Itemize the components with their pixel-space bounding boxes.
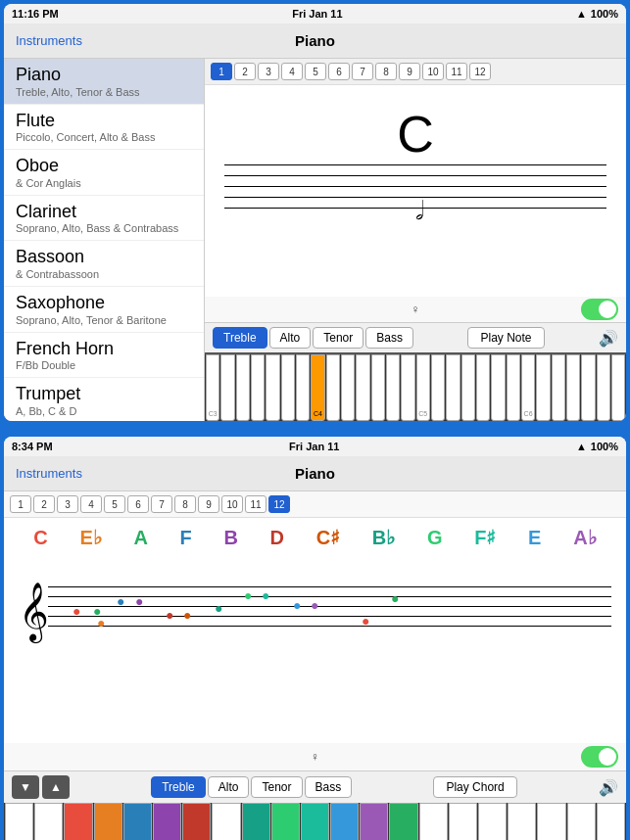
p2-wk-5[interactable] (123, 803, 152, 840)
volume-icon-2[interactable]: 🔊 (599, 778, 618, 797)
octave-tab-8[interactable]: 8 (375, 63, 397, 80)
white-key-d4[interactable] (326, 354, 340, 421)
octave-tab-1[interactable]: 1 (211, 63, 232, 80)
p2-oct-12[interactable]: 12 (268, 495, 290, 513)
white-key-b4[interactable] (401, 354, 414, 421)
octave-tab-4[interactable]: 4 (281, 63, 303, 80)
p2-wk-18[interactable] (508, 803, 536, 840)
p2-wk-10[interactable] (271, 803, 300, 840)
white-key-c4[interactable]: C4 (311, 354, 324, 421)
nav-back-2[interactable]: Instruments (16, 466, 94, 481)
down-arrow-btn[interactable]: ▼ (12, 775, 39, 799)
white-key-d5[interactable] (431, 354, 445, 421)
p2-wk-c5[interactable]: C5 (212, 803, 240, 840)
p2-wk-14[interactable] (389, 803, 417, 840)
octave-tab-3[interactable]: 3 (258, 63, 279, 80)
p2-wk-20[interactable] (567, 803, 596, 840)
p2-oct-3[interactable]: 3 (57, 495, 78, 513)
white-key-a5[interactable] (491, 354, 505, 421)
octave-tab-9[interactable]: 9 (399, 63, 420, 80)
white-key-f3[interactable] (251, 354, 265, 421)
p2-oct-1[interactable]: 1 (10, 495, 31, 513)
p2-oct-9[interactable]: 9 (198, 495, 219, 513)
p2-wk-7[interactable] (182, 803, 211, 840)
tab-alto-2[interactable]: Alto (208, 776, 250, 798)
sidebar-item-trumpet[interactable]: Trumpet A, Bb, C & D (4, 378, 204, 421)
p2-wk-21[interactable] (597, 803, 625, 840)
p2-wk-17[interactable] (478, 803, 507, 840)
p2-wk-2[interactable] (34, 803, 63, 840)
note-indicator-2: ♀ (214, 750, 415, 764)
white-key-g3[interactable] (266, 354, 279, 421)
octave-tab-10[interactable]: 10 (422, 63, 444, 80)
sidebar-item-oboe[interactable]: Oboe & Cor Anglais (4, 150, 204, 196)
p2-oct-8[interactable]: 8 (174, 495, 196, 513)
tab-treble-1[interactable]: Treble (213, 327, 267, 349)
octave-tab-7[interactable]: 7 (352, 63, 373, 80)
tab-alto-1[interactable]: Alto (269, 327, 312, 349)
white-key-a4[interactable] (386, 354, 400, 421)
p2-oct-7[interactable]: 7 (151, 495, 172, 513)
white-key-e5[interactable] (446, 354, 460, 421)
p2-wk-11[interactable] (301, 803, 329, 840)
p2-oct-2[interactable]: 2 (33, 495, 55, 513)
p2-oct-4[interactable]: 4 (80, 495, 102, 513)
white-key-c3[interactable]: C3 (206, 354, 219, 421)
p2-wk-12[interactable] (330, 803, 359, 840)
p2-wk-4[interactable] (94, 803, 122, 840)
p2-oct-11[interactable]: 11 (245, 495, 267, 513)
p2-wk-13[interactable] (360, 803, 388, 840)
white-key-d3[interactable] (220, 354, 234, 421)
tab-tenor-2[interactable]: Tenor (251, 776, 302, 798)
white-key-g6[interactable] (581, 354, 595, 421)
white-key-f6[interactable] (566, 354, 580, 421)
up-arrow-btn[interactable]: ▲ (42, 775, 70, 799)
octave-tab-5[interactable]: 5 (305, 63, 326, 80)
white-key-f5[interactable] (461, 354, 475, 421)
p2-oct-5[interactable]: 5 (104, 495, 125, 513)
play-note-button-1[interactable]: Play Note (467, 327, 544, 349)
p2-wk-3[interactable] (64, 803, 92, 840)
p2-wk-6[interactable] (153, 803, 181, 840)
sidebar-item-clarinet[interactable]: Clarinet Soprano, Alto, Bass & Contrabas… (4, 196, 204, 242)
tab-bass-2[interactable]: Bass (305, 776, 353, 798)
white-key-b6[interactable] (611, 354, 625, 421)
tab-tenor-1[interactable]: Tenor (313, 327, 363, 349)
p2-wk-9[interactable] (242, 803, 270, 840)
play-chord-button[interactable]: Play Chord (433, 776, 516, 798)
volume-icon-1[interactable]: 🔊 (599, 329, 618, 348)
white-key-c5[interactable]: C5 (416, 354, 430, 421)
sidebar-item-piano[interactable]: Piano Treble, Alto, Tenor & Bass (4, 59, 204, 105)
white-key-e3[interactable] (236, 354, 250, 421)
octave-tab-11[interactable]: 11 (446, 63, 467, 80)
p2-wk-c6[interactable]: C6 (419, 803, 448, 840)
p2-oct-6[interactable]: 6 (127, 495, 149, 513)
toggle-switch-2[interactable] (581, 746, 618, 768)
white-key-f4[interactable] (356, 354, 369, 421)
white-key-b3[interactable] (296, 354, 310, 421)
white-key-g4[interactable] (371, 354, 385, 421)
toggle-switch-1[interactable] (581, 299, 618, 320)
p2-wk-16[interactable] (449, 803, 477, 840)
white-key-a6[interactable] (597, 354, 610, 421)
tab-treble-2[interactable]: Treble (151, 776, 206, 798)
white-key-e6[interactable] (552, 354, 565, 421)
nav-back-1[interactable]: Instruments (16, 33, 94, 48)
octave-tab-2[interactable]: 2 (234, 63, 256, 80)
white-key-e4[interactable] (341, 354, 355, 421)
p2-oct-10[interactable]: 10 (221, 495, 243, 513)
white-key-b5[interactable] (507, 354, 520, 421)
p2-wk-1[interactable] (5, 803, 33, 840)
sidebar-item-french-horn[interactable]: French Horn F/Bb Double (4, 333, 204, 379)
sidebar-item-flute[interactable]: Flute Piccolo, Concert, Alto & Bass (4, 105, 204, 151)
sidebar-item-saxophone[interactable]: Saxophone Soprano, Alto, Tenor & Bariton… (4, 287, 204, 333)
tab-bass-1[interactable]: Bass (365, 327, 413, 349)
white-key-g5[interactable] (476, 354, 490, 421)
sidebar-item-bassoon[interactable]: Bassoon & Contrabassoon (4, 241, 204, 287)
white-key-a3[interactable] (281, 354, 295, 421)
octave-tab-6[interactable]: 6 (328, 63, 350, 80)
white-key-c6[interactable]: C6 (521, 354, 535, 421)
p2-wk-19[interactable] (537, 803, 565, 840)
white-key-d6[interactable] (536, 354, 550, 421)
octave-tab-12[interactable]: 12 (469, 63, 491, 80)
